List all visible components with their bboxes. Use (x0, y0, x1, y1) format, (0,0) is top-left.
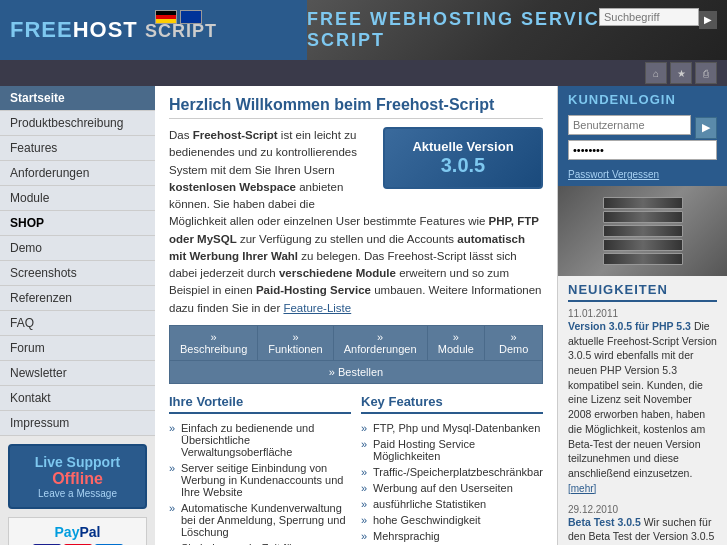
passwort-vergessen-link[interactable]: Passwort Vergessen (568, 169, 717, 180)
sidebar-item-module[interactable]: Module (0, 186, 155, 211)
news-more-1[interactable]: [mehr] (568, 483, 596, 494)
nav-link-beschreibung[interactable]: » Beschreibung (170, 326, 257, 360)
list-item: ausführliche Statistiken (361, 496, 543, 512)
list-item: FTP, Php und Mysql-Datenbanken (361, 420, 543, 436)
features-section: Key Features FTP, Php und Mysql-Datenban… (361, 394, 543, 545)
content-area: Herzlich Willkommen beim Freehost-Script… (155, 86, 557, 545)
list-item: Einfach zu bedienende und Übersichtliche… (169, 420, 351, 460)
nav-link-anforderungen[interactable]: » Anforderungen (334, 326, 427, 360)
right-sidebar: KUNDENLOGIN ▶ Passwort Vergessen (557, 86, 727, 545)
nav-icon-print[interactable]: ⎙ (695, 62, 717, 84)
list-item: Paid Hosting Service Möglichkeiten (361, 436, 543, 464)
kundenlogin-title: KUNDENLOGIN (568, 92, 717, 107)
news-date-2: 29.12.2010 (568, 504, 717, 515)
sidebar-item-screenshots[interactable]: Screenshots (0, 261, 155, 286)
password-input[interactable] (568, 140, 717, 160)
sidebar-item-impressum[interactable]: Impressum (0, 411, 155, 436)
list-item: hohe Geschwindigkeit (361, 512, 543, 528)
list-item: Sie haben mehr Zeit für wesentliche Ding… (169, 540, 351, 545)
flags-area (155, 10, 202, 24)
username-input[interactable] (568, 115, 691, 135)
list-item: Traffic-/Speicherplatzbeschränkbar (361, 464, 543, 480)
sidebar-item-anforderungen[interactable]: Anforderungen (0, 161, 155, 186)
nav-icon-bar: ⌂ ★ ⎙ (0, 60, 727, 86)
sidebar-item-faq[interactable]: FAQ (0, 311, 155, 336)
logo-script: SCRIPT (145, 21, 217, 41)
server-unit (603, 239, 683, 251)
live-support-title: Live Support (18, 454, 137, 470)
version-number: 3.0.5 (395, 154, 531, 177)
flag-german[interactable] (155, 10, 177, 24)
neuigkeiten-section: NEUIGKEITEN 11.01.2011 Version 3.0.5 für… (558, 276, 727, 545)
live-support-box: Live Support Offline Leave a Message (8, 444, 147, 509)
vorteile-title: Ihre Vorteile (169, 394, 351, 414)
logo-host: HOST (73, 17, 138, 42)
list-item: Server seitige Einbindung von Werbung in… (169, 460, 351, 500)
vorteile-section: Ihre Vorteile Einfach zu bedienende und … (169, 394, 351, 545)
nav-link-module[interactable]: » Module (428, 326, 485, 360)
sidebar-item-startseite[interactable]: Startseite (0, 86, 155, 111)
header: FREEHOST SCRIPT FREE WEBHOSTING SERVICE … (0, 0, 727, 60)
search-input[interactable] (599, 8, 699, 26)
news-item-1: 11.01.2011 Version 3.0.5 für PHP 5.3 Die… (568, 308, 717, 496)
nav-links-bar: » Beschreibung » Funktionen » Anforderun… (169, 325, 543, 384)
sidebar-item-features[interactable]: Features (0, 136, 155, 161)
login-submit-button[interactable]: ▶ (695, 117, 717, 139)
list-item: Werbung auf den Userseiten (361, 480, 543, 496)
server-image (558, 186, 727, 276)
main-content: Herzlich Willkommen beim Freehost-Script… (155, 86, 557, 545)
news-date-1: 11.01.2011 (568, 308, 717, 319)
paypal-box: PayPal VISA MC AE (8, 517, 147, 545)
list-item: Automatische Kundenverwaltung bei der An… (169, 500, 351, 540)
server-unit (603, 197, 683, 209)
kundenlogin-section: KUNDENLOGIN ▶ Passwort Vergessen (558, 86, 727, 186)
sidebar-item-forum[interactable]: Forum (0, 336, 155, 361)
vorteile-list: Einfach zu bedienende und Übersichtliche… (169, 420, 351, 545)
sidebar-item-produktbeschreibung[interactable]: Produktbeschreibung (0, 111, 155, 136)
logo-free: FREE (10, 17, 73, 42)
news-text-2: Beta Test 3.0.5 Wir suchen für den Beta … (568, 515, 717, 545)
server-unit (603, 211, 683, 223)
layout: Startseite Produktbeschreibung Features … (0, 86, 727, 545)
paypal-logo: PayPal (15, 524, 140, 540)
search-button[interactable]: ▶ (699, 11, 717, 29)
sidebar-item-referenzen[interactable]: Referenzen (0, 286, 155, 311)
neuigkeiten-title: NEUIGKEITEN (568, 282, 717, 302)
server-unit (603, 225, 683, 237)
server-rack (603, 197, 683, 265)
sidebar-item-newsletter[interactable]: Newsletter (0, 361, 155, 386)
live-support-status: Offline (18, 470, 137, 488)
two-columns: Ihre Vorteile Einfach zu bedienende und … (169, 394, 543, 545)
login-username-row: ▶ (568, 115, 717, 140)
news-item-2: 29.12.2010 Beta Test 3.0.5 Wir suchen fü… (568, 504, 717, 545)
version-box: Aktuelle Version 3.0.5 (383, 127, 543, 189)
version-label: Aktuelle Version (395, 139, 531, 154)
nav-link-demo[interactable]: » Demo (485, 326, 542, 360)
features-title: Key Features (361, 394, 543, 414)
flag-uk[interactable] (180, 10, 202, 24)
news-text-1: Version 3.0.5 für PHP 5.3 Die aktuelle F… (568, 319, 717, 496)
nav-link-bestellen[interactable]: » Bestellen (170, 361, 542, 383)
sidebar-item-shop[interactable]: SHOP (0, 211, 155, 236)
nav-link-funktionen[interactable]: » Funktionen (258, 326, 332, 360)
search-box-header: ▶ (599, 8, 717, 31)
sidebar-item-kontakt[interactable]: Kontakt (0, 386, 155, 411)
sidebar: Startseite Produktbeschreibung Features … (0, 86, 155, 545)
live-support-leave[interactable]: Leave a Message (18, 488, 137, 499)
content-wrapper: Herzlich Willkommen beim Freehost-Script… (155, 86, 727, 545)
sidebar-item-demo[interactable]: Demo (0, 236, 155, 261)
feature-list-link[interactable]: Feature-Liste (283, 302, 351, 314)
nav-icon-home[interactable]: ⌂ (645, 62, 667, 84)
welcome-title: Herzlich Willkommen beim Freehost-Script (169, 96, 543, 119)
list-item: Mehrsprachig (361, 528, 543, 544)
server-unit (603, 253, 683, 265)
features-list: FTP, Php und Mysql-Datenbanken Paid Host… (361, 420, 543, 544)
nav-icon-star[interactable]: ★ (670, 62, 692, 84)
